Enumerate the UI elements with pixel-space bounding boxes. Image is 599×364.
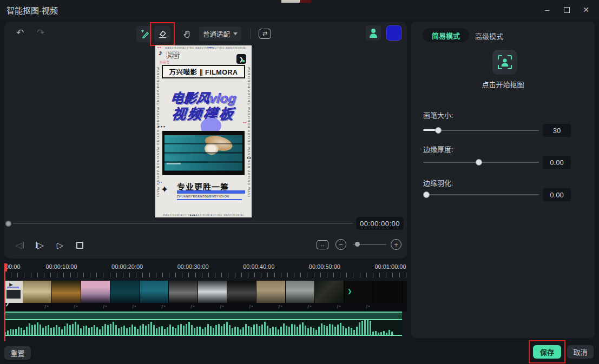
zoom-out-button[interactable]: − (335, 239, 346, 250)
edge-feather-value[interactable]: 0.00 (543, 188, 571, 201)
settings-panel: 简易模式 高级模式 点击开始抠图 画笔大小: 30 边缘厚度: 0.00 边缘羽… (411, 22, 595, 338)
zoom-out-icon: − (339, 241, 343, 249)
playhead-handle[interactable] (4, 263, 7, 272)
minimize-button[interactable]: – (541, 3, 554, 16)
clip-thumbnail[interactable]: ❯ (344, 281, 373, 303)
clip-thumbnail[interactable] (52, 281, 81, 303)
slogan-underline-thin (177, 199, 242, 200)
transition-marker: ƒ× (220, 305, 224, 308)
background-color-swatch[interactable] (386, 25, 401, 41)
clip-thumbnail[interactable] (256, 281, 286, 303)
brush-size-value[interactable]: 30 (543, 124, 571, 137)
eraser-icon (157, 29, 167, 39)
transition-marker: ƒ× (44, 305, 49, 308)
edge-thickness-value[interactable]: 0.00 (543, 156, 571, 169)
dot-decoration: ●● (243, 121, 247, 124)
save-button[interactable]: 保存 (533, 345, 561, 359)
seek-handle[interactable] (5, 221, 11, 227)
redo-icon[interactable]: ↷ (37, 27, 44, 38)
clip-thumbnail[interactable] (169, 281, 198, 303)
ruler-label: 00:00 (5, 263, 21, 270)
dot-decoration: ●● (159, 181, 162, 183)
play-button[interactable]: ▷ (53, 238, 67, 252)
fit-mode-dropdown[interactable]: 普通适配 (199, 27, 241, 41)
slogan-underline (177, 190, 245, 194)
clip-thumbnail-poster[interactable]: ▶ (4, 281, 23, 303)
edge-thickness-slider[interactable] (423, 159, 539, 166)
audio-clip-header[interactable] (4, 312, 402, 320)
clip-thumbnail[interactable] (110, 281, 140, 303)
close-button[interactable]: ✕ (580, 3, 593, 16)
close-icon: ✕ (583, 5, 589, 14)
poster-bottom-microtext: WANXINGMIAOYING WANXINGMIAOYING WANXINGM… (163, 214, 244, 216)
audio-waveform[interactable] (4, 320, 402, 336)
video-track[interactable]: ▶ ❯ ƒ×ƒ×ƒ×ƒ×ƒ×ƒ×ƒ×ƒ×ƒ×ƒ×ƒ×ƒ× ❯ (4, 281, 407, 312)
stop-icon (76, 242, 83, 249)
dot-decoration: ●●● (207, 46, 213, 49)
clip-thumbnail[interactable] (227, 281, 256, 303)
eraser-button[interactable] (154, 26, 170, 42)
clip-thumbnail[interactable] (140, 281, 169, 303)
edge-feather-slider[interactable] (423, 191, 539, 198)
stop-button[interactable] (73, 238, 87, 252)
start-cutout-button[interactable] (492, 50, 517, 75)
slider-handle[interactable] (435, 127, 442, 134)
ruler-ticks (4, 273, 407, 277)
video-track-clips: ❯ (23, 281, 403, 303)
tab-advanced-mode[interactable]: 高级模式 (475, 31, 503, 41)
dot-decoration: ●●● (190, 214, 196, 216)
transition-marker: ƒ× (278, 305, 282, 308)
fit-mode-label: 普通适配 (203, 29, 230, 39)
slider-handle[interactable] (423, 191, 430, 198)
filmora-logo: ❯ (236, 54, 246, 64)
edge-thickness-label: 边缘厚度: (423, 144, 453, 154)
fit-to-window-button[interactable]: ↔ (317, 240, 328, 249)
clip-thumbnail[interactable] (315, 281, 344, 303)
tab-simple-mode[interactable]: 简易模式 (423, 28, 469, 42)
next-frame-button[interactable]: ▷ (32, 238, 47, 252)
track-expand-chevron[interactable]: ❯ (5, 300, 9, 306)
clip-thumbnail[interactable] (81, 281, 110, 303)
transition-marker: ƒ× (103, 305, 107, 308)
seek-track[interactable] (13, 223, 353, 224)
portrait-preview-button[interactable] (366, 25, 381, 41)
maximize-button[interactable] (560, 3, 573, 16)
fit-icon: ↔ (320, 242, 325, 248)
poster-header: 万兴喵影 ∥ FILMORA (162, 65, 245, 78)
tiktok-handle: 抖音号: (160, 59, 170, 64)
poster-side-text-right: WANXINGMIAOYING WANXINGMIAOYING WANXINGM… (247, 67, 251, 197)
poster-slogan-pinyin: ZHUANGYEGENGSHENGYICHOU (177, 195, 229, 198)
poster-top-microtext: WANXINGMIAOYING WANXINGMIAOYING WANXINGM… (165, 47, 246, 49)
playhead[interactable] (4, 263, 5, 341)
compare-button[interactable]: ⇄ (258, 27, 272, 41)
undo-icon[interactable]: ↶ (16, 27, 24, 38)
ruler-label: 00:00:20:00 (111, 263, 143, 270)
previous-frame-button[interactable]: ◁ (13, 238, 27, 252)
clip-thumbnail[interactable] (286, 281, 315, 303)
window-title: 智能抠图-视频 (6, 4, 58, 16)
timeline-ruler[interactable]: 00:0000:00:10:0000:00:20:0000:00:30:0000… (4, 263, 407, 280)
poster-video-frame (162, 131, 245, 175)
zoom-slider-handle[interactable] (355, 242, 360, 247)
cancel-button[interactable]: 取消 (567, 345, 594, 359)
maximize-icon (564, 7, 570, 13)
zoom-in-button[interactable]: + (391, 239, 401, 250)
clip-thumbnail[interactable] (373, 281, 403, 303)
cutout-person-icon (497, 54, 513, 70)
clip-thumbnail[interactable] (198, 281, 227, 303)
ruler-label: 00:00:40:00 (243, 263, 274, 270)
slider-handle[interactable] (476, 159, 482, 166)
compare-icon: ⇄ (259, 29, 271, 39)
reset-button[interactable]: 重置 (4, 346, 31, 360)
ruler-label: 00:00:30:00 (177, 263, 209, 270)
chevron-down-icon (233, 32, 238, 35)
brush-size-slider[interactable] (423, 127, 539, 134)
video-preview-canvas[interactable]: WANXINGMIAOYING WANXINGMIAOYING WANXINGM… (155, 45, 252, 217)
tiktok-brand: 抖音 (166, 50, 179, 59)
clip-thumbnail[interactable] (23, 281, 52, 303)
person-icon (370, 29, 377, 38)
hand-pan-button[interactable] (179, 26, 195, 42)
tiktok-note-icon: ♪ (159, 48, 162, 57)
background-window-artifact-red (300, 0, 311, 3)
transition-marker: ƒ× (74, 305, 78, 308)
